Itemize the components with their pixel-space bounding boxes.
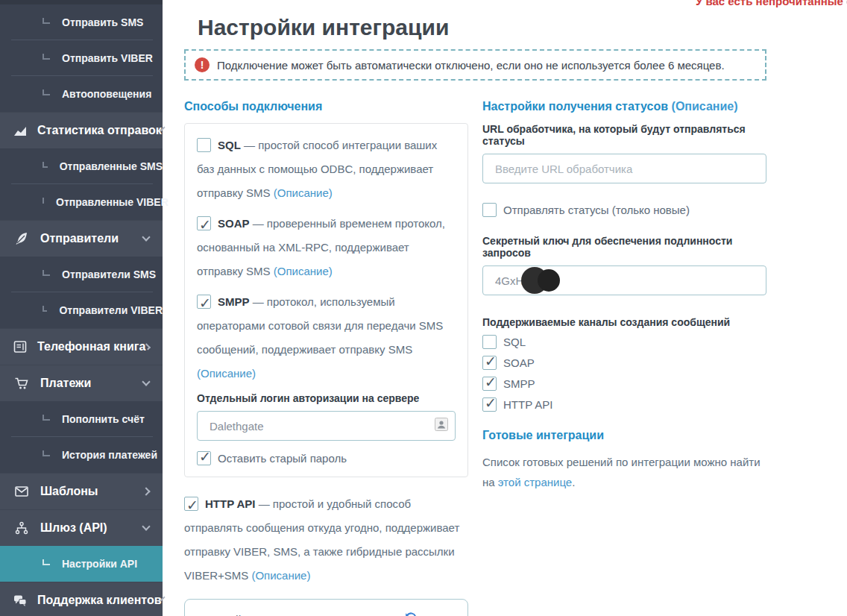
channel-soap-checkbox[interactable]: ✓ <box>482 356 497 370</box>
token-label: Текущий токен HTTP API авторизации <box>197 613 395 616</box>
unread-messages-notice: У вас есть непрочитанные сообщения <box>696 0 847 7</box>
sidebar-item-payment-history[interactable]: История платежей <box>0 437 163 473</box>
ready-integrations-text: Список готовых решений по интеграции мож… <box>482 452 766 492</box>
soap-description-link[interactable]: (Описание) <box>274 265 333 277</box>
sidebar-item-senders-viber[interactable]: Отправители VIBER <box>0 292 163 328</box>
app-window: Отправить SMS Отправить VIBER Автооповещ… <box>0 0 847 616</box>
keep-old-password-checkbox[interactable]: ✓ <box>197 451 211 465</box>
sidebar-item-senders-sms[interactable]: Отправители SMS <box>0 257 163 292</box>
sidebar-item-statistics[interactable]: Статистика отправок <box>0 112 163 148</box>
channel-row-sql: ✓ SQL <box>482 335 766 349</box>
submenu-corner-icon <box>42 559 50 565</box>
sidebar-item-sent-viber[interactable]: Отправленные VIBER <box>0 184 163 220</box>
refresh-token-icon[interactable] <box>403 610 419 616</box>
connection-methods-column: Способы подключения ✓SQL — простой спосо… <box>184 100 468 616</box>
checkmark-icon: ✓ <box>199 448 211 465</box>
sidebar: Отправить SMS Отправить VIBER Автооповещ… <box>0 0 163 616</box>
main-content: У вас есть непрочитанные сообщения Настр… <box>163 0 847 616</box>
integrations-page-link[interactable]: этой странице <box>498 476 572 488</box>
channel-label: HTTP API <box>503 398 552 411</box>
warning-text: Подключение может быть автоматически отк… <box>217 59 725 72</box>
channel-label: SQL <box>503 336 526 348</box>
send-statuses-checkbox[interactable]: ✓ <box>482 203 497 217</box>
channel-sql-checkbox[interactable]: ✓ <box>482 335 497 349</box>
smpp-description-link[interactable]: (Описание) <box>197 367 256 380</box>
checkmark-icon: ✓ <box>485 395 497 412</box>
warning-exclamation-icon <box>195 57 210 72</box>
submenu-corner-icon <box>42 54 50 60</box>
sidebar-item-phonebook[interactable]: Телефонная книга <box>0 328 163 365</box>
send-statuses-row: ✓ Отправлять статусы (только новые) <box>482 203 766 217</box>
sidebar-item-senders[interactable]: Отправители <box>0 220 163 257</box>
chevron-down-icon <box>142 233 150 241</box>
method-smpp: ✓SMPP — протокол, используемый оператора… <box>197 290 456 386</box>
templates-icon <box>13 484 31 499</box>
sidebar-item-send-viber[interactable]: Отправить VIBER <box>0 40 163 76</box>
connection-methods-panel: ✓SQL — простой способ интеграции ваших б… <box>184 123 468 477</box>
sidebar-item-send-sms[interactable]: Отправить SMS <box>0 4 163 40</box>
keep-old-password-row: ✓ Оставить старый пароль <box>197 451 456 465</box>
sidebar-item-sent-sms[interactable]: Отправленные SMS <box>0 148 163 184</box>
method-http-api: ✓HTTP API — простой и удобный способ отп… <box>184 492 468 588</box>
page-title: Настройки интеграции <box>198 15 847 40</box>
http-api-checkbox[interactable]: ✓ <box>184 497 198 511</box>
autofill-account-icon[interactable] <box>435 418 448 434</box>
checkmark-icon: ✓ <box>485 353 497 370</box>
channel-label: SMPP <box>503 377 535 390</box>
keep-old-password-label: Оставить старый пароль <box>218 452 347 465</box>
sidebar-item-customer-support[interactable]: Поддержка клиентов <box>0 582 163 616</box>
status-settings-column: Настройки получения статусов (Описание) … <box>482 100 766 616</box>
sidebar-item-gateway-api[interactable]: Шлюз (API) <box>0 509 163 546</box>
channels-list: ✓ SQL ✓ SOAP ✓ SMPP ✓ HTTP API <box>482 335 766 412</box>
chevron-right-icon <box>142 487 150 495</box>
checkmark-icon: ✓ <box>199 292 211 315</box>
submenu-corner-icon <box>42 198 44 204</box>
channel-row-soap: ✓ SOAP <box>482 356 766 370</box>
channel-label: SOAP <box>503 356 535 369</box>
sidebar-item-top-up[interactable]: Пополнить счёт <box>0 401 163 437</box>
submenu-corner-icon <box>42 450 50 456</box>
sql-checkbox[interactable]: ✓ <box>197 138 211 152</box>
sidebar-item-api-settings[interactable]: Настройки API <box>0 546 163 582</box>
sidebar-item-payments[interactable]: Платежи <box>0 365 163 401</box>
status-description-link[interactable]: (Описание) <box>672 100 738 113</box>
method-sql: ✓SQL — простой способ интеграции ваших б… <box>197 133 456 205</box>
sidebar-item-templates[interactable]: Шаблоны <box>0 473 163 509</box>
unread-messages-text: У вас есть непрочитанные <box>696 0 846 7</box>
submenu-corner-icon <box>42 270 50 276</box>
chevron-down-icon <box>142 377 150 386</box>
sidebar-item-autonotifications[interactable]: Автооповещения <box>0 76 163 112</box>
status-url-label: URL обработчика, на который будут отправ… <box>482 123 766 147</box>
submenu-corner-icon <box>42 18 50 24</box>
channels-label: Поддерживаемые каналы создания сообщений <box>482 316 766 328</box>
submenu-corner-icon <box>42 89 50 95</box>
chevron-down-icon <box>142 522 150 530</box>
method-name: SMPP <box>218 295 250 308</box>
http-api-description-link[interactable]: (Описание) <box>251 569 310 582</box>
ready-integrations-heading: Готовые интеграции <box>482 429 766 442</box>
channel-row-smpp: ✓ SMPP <box>482 377 766 391</box>
server-login-label: Отдельный логин авторизации на сервере <box>197 392 456 404</box>
channel-http-api-checkbox[interactable]: ✓ <box>482 397 497 412</box>
status-settings-heading: Настройки получения статусов (Описание) <box>482 100 766 113</box>
status-settings-heading-text: Настройки получения статусов <box>482 100 672 113</box>
method-name: SOAP <box>218 217 250 230</box>
http-api-token-box: Текущий токен HTTP API авторизации 19945… <box>184 599 468 616</box>
checkmark-icon: ✓ <box>485 374 497 391</box>
smpp-checkbox[interactable]: ✓ <box>197 295 211 309</box>
method-soap: ✓SOAP — проверенный временем протокол, о… <box>197 212 456 283</box>
soap-checkbox[interactable]: ✓ <box>197 216 211 230</box>
channel-row-http-api: ✓ HTTP API <box>482 397 766 412</box>
chart-icon <box>13 123 28 138</box>
channel-smpp-checkbox[interactable]: ✓ <box>482 377 497 391</box>
redaction-blobs <box>521 267 560 294</box>
auto-disable-warning: Подключение может быть автоматически отк… <box>184 49 766 81</box>
cart-icon <box>13 376 31 391</box>
server-login-input[interactable] <box>197 411 456 441</box>
status-url-input[interactable] <box>482 154 766 183</box>
method-name: SQL <box>218 139 241 151</box>
sql-description-link[interactable]: (Описание) <box>274 186 333 199</box>
submenu-corner-icon <box>42 162 48 168</box>
gateway-icon <box>13 521 31 535</box>
support-chat-icon <box>13 593 28 608</box>
